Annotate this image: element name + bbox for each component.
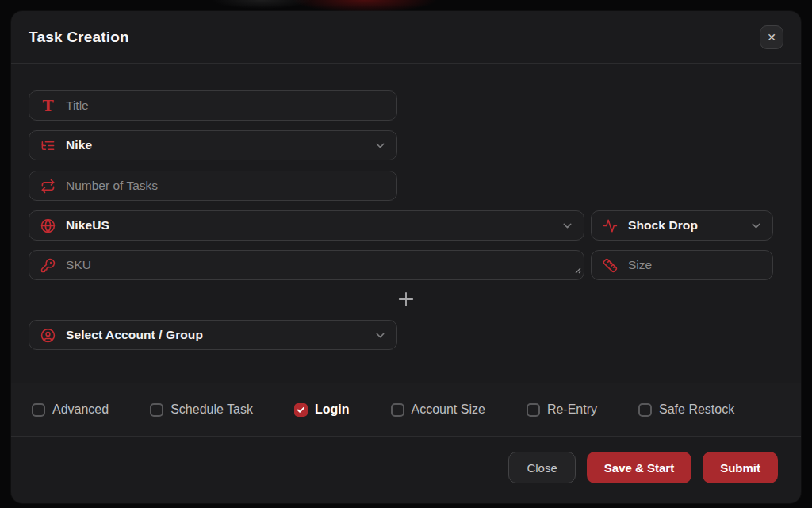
globe-icon [40, 218, 56, 233]
resize-handle-icon[interactable] [573, 263, 581, 277]
number-of-tasks-placeholder: Number of Tasks [66, 179, 158, 193]
ruler-icon [603, 258, 618, 273]
key-icon [40, 258, 56, 273]
account-group-select[interactable]: Select Account / Group [29, 320, 397, 350]
chevron-down-icon [373, 329, 387, 342]
modal-footer: Close Save & Start Submit [11, 437, 801, 503]
modal-title: Task Creation [29, 29, 129, 46]
close-modal-button[interactable]: ✕ [760, 25, 783, 49]
checkbox-box [527, 403, 540, 417]
add-task-group-button[interactable] [395, 288, 417, 313]
chevron-down-icon [373, 139, 387, 152]
modal-header: Task Creation ✕ [11, 11, 801, 64]
task-creation-modal: Task Creation ✕ T Title Nike Number of T… [11, 11, 801, 503]
text-title-icon: T [40, 98, 56, 114]
checkbox-label: Safe Restock [659, 402, 734, 417]
checkbox-box [638, 403, 652, 417]
checkbox-box [391, 403, 404, 417]
checkbox-box [150, 403, 163, 417]
size-input[interactable]: Size [591, 250, 773, 280]
activity-pulse-icon [603, 218, 618, 233]
checkbox-box [32, 403, 45, 417]
site-select-value: NikeUS [66, 218, 109, 233]
check-icon [297, 406, 305, 414]
list-tree-icon [40, 138, 56, 153]
sku-textarea[interactable]: SKU [29, 250, 584, 280]
checkbox-re-entry[interactable]: Re-Entry [527, 402, 597, 417]
task-options-bar: Advanced Schedule Task Login Account Siz… [11, 383, 801, 437]
title-input[interactable]: T Title [29, 90, 397, 121]
number-of-tasks-input[interactable]: Number of Tasks [29, 171, 397, 201]
sku-placeholder: SKU [66, 258, 91, 272]
close-button[interactable]: Close [508, 452, 575, 483]
checkbox-label: Advanced [52, 402, 109, 417]
size-placeholder: Size [628, 258, 652, 272]
close-icon: ✕ [767, 32, 776, 43]
checkbox-box [294, 403, 308, 417]
user-circle-icon [40, 328, 56, 343]
checkbox-label: Login [315, 402, 350, 417]
checkbox-advanced[interactable]: Advanced [32, 402, 109, 417]
checkbox-safe-restock[interactable]: Safe Restock [638, 402, 734, 417]
mode-select[interactable]: Shock Drop [591, 210, 773, 241]
plus-icon [395, 288, 417, 313]
task-form: T Title Nike Number of Tasks NikeUS [11, 64, 801, 350]
chevron-down-icon [749, 219, 763, 233]
chevron-down-icon [561, 219, 574, 233]
checkbox-account-size[interactable]: Account Size [391, 402, 485, 417]
product-select[interactable]: Nike [29, 130, 397, 160]
account-group-select-value: Select Account / Group [66, 328, 203, 342]
checkbox-login[interactable]: Login [294, 402, 350, 417]
product-select-value: Nike [66, 138, 92, 152]
checkbox-schedule-task[interactable]: Schedule Task [150, 402, 253, 417]
checkbox-label: Re-Entry [547, 402, 597, 417]
site-select[interactable]: NikeUS [29, 210, 584, 241]
title-placeholder: Title [66, 98, 89, 113]
checkbox-label: Account Size [412, 402, 485, 417]
save-and-start-button[interactable]: Save & Start [587, 452, 691, 483]
checkbox-label: Schedule Task [170, 402, 253, 417]
submit-button[interactable]: Submit [703, 452, 778, 483]
mode-select-value: Shock Drop [628, 218, 698, 233]
repeat-icon [40, 179, 56, 194]
